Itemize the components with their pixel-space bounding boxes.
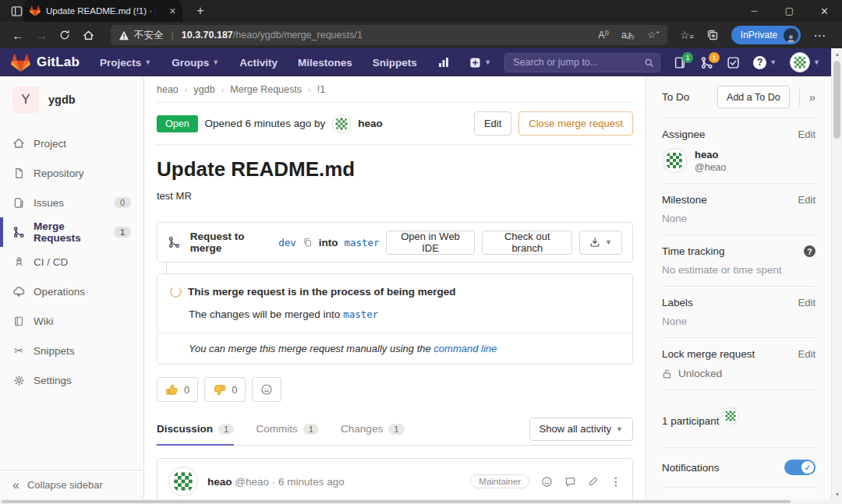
chart-icon[interactable] — [437, 56, 450, 69]
nav-milestones[interactable]: Milestones — [298, 57, 352, 69]
sidebar-item-settings[interactable]: Settings — [0, 365, 143, 395]
issuable-sidebar: To Do Add a To Do » Assignee Edit heao @… — [646, 76, 831, 499]
labels-edit-link[interactable]: Edit — [798, 297, 815, 308]
command-line-link[interactable]: command line — [433, 343, 497, 354]
sidebar-item-project[interactable]: Project — [0, 129, 143, 158]
thumbs-up-button[interactable]: 0 — [157, 377, 198, 402]
scroll-down-icon[interactable]: ▼ — [832, 488, 842, 499]
refresh-button[interactable] — [53, 25, 76, 45]
check-out-branch-button[interactable]: Check out branch — [482, 231, 572, 255]
scroll-up-icon[interactable]: ▲ — [832, 48, 842, 59]
close-button[interactable]: ✕ — [807, 0, 842, 22]
sidebar-item-merge-requests[interactable]: Merge Requests 1 — [0, 217, 143, 247]
tab-discussion[interactable]: Discussion 1 — [157, 413, 234, 445]
widget-connector — [166, 263, 167, 273]
target-branch[interactable]: master — [344, 237, 379, 248]
time-tracking-help-icon[interactable]: ? — [804, 245, 815, 257]
new-menu-button[interactable]: ▼ — [469, 57, 491, 69]
browser-tab[interactable]: Update README.md (!1) · Merge ✕ — [23, 0, 182, 22]
vertical-scrollbar-thumb[interactable] — [833, 61, 840, 139]
author-avatar[interactable] — [332, 115, 351, 133]
assignee-edit-link[interactable]: Edit — [798, 129, 815, 140]
project-header[interactable]: Y ygdb — [0, 76, 143, 121]
merge-request-page: heao › ygdb › Merge Requests › !1 Open O… — [144, 76, 646, 499]
forward-button[interactable]: → — [30, 25, 53, 45]
tab-changes[interactable]: Changes 1 — [341, 413, 404, 445]
back-button[interactable]: ← — [6, 25, 30, 45]
tab-close-icon[interactable]: ✕ — [169, 6, 176, 16]
issues-count-badge: 1 — [682, 52, 693, 63]
activity-filter-dropdown[interactable]: Show all activity ▼ — [529, 418, 633, 441]
add-todo-button[interactable]: Add a To Do — [717, 86, 790, 108]
collapse-sidebar-button[interactable]: « Collapse sidebar — [0, 470, 143, 499]
commenter-avatar[interactable] — [168, 467, 198, 496]
assignee-avatar[interactable] — [662, 148, 687, 173]
issues-counter[interactable]: 1 — [674, 56, 687, 69]
horizontal-scrollbar-thumb[interactable] — [2, 500, 791, 503]
horizontal-scrollbar[interactable] — [0, 499, 842, 504]
browser-menu-icon[interactable]: ⋯ — [813, 28, 826, 43]
add-reaction-icon[interactable] — [541, 476, 553, 488]
document-icon — [12, 167, 25, 179]
breadcrumb: heao › ygdb › Merge Requests › !1 — [157, 76, 633, 103]
collections-icon[interactable] — [706, 29, 719, 41]
author-name[interactable]: heao — [358, 118, 383, 129]
participant-avatar[interactable] — [722, 407, 739, 425]
sidebar-item-operations[interactable]: Operations — [0, 277, 143, 306]
source-branch[interactable]: dev — [278, 237, 296, 248]
target-branch[interactable]: master — [343, 308, 378, 320]
copy-branch-icon[interactable] — [302, 237, 313, 248]
add-favorite-icon[interactable]: ☆+ — [647, 29, 660, 41]
nav-snippets[interactable]: Snippets — [373, 57, 417, 69]
lock-edit-link[interactable]: Edit — [798, 348, 815, 360]
smiley-icon — [260, 383, 273, 396]
maximize-button[interactable]: ▢ — [772, 0, 807, 22]
reply-comment-icon[interactable] — [564, 476, 576, 488]
search-input[interactable] — [504, 53, 660, 72]
edit-button[interactable]: Edit — [474, 111, 511, 136]
toggle-check-icon: ✓ — [801, 461, 814, 474]
new-tab-button[interactable]: + — [192, 3, 209, 19]
inprivate-badge[interactable]: InPrivate — [731, 26, 801, 44]
close-merge-request-button[interactable]: Close merge request — [518, 111, 633, 136]
sidebar-item-wiki[interactable]: Wiki — [0, 306, 143, 336]
nav-projects[interactable]: Projects▼ — [100, 57, 151, 69]
thumbs-down-button[interactable]: 0 — [204, 377, 246, 402]
favorites-icon[interactable]: ☆≡ — [680, 29, 694, 41]
user-menu[interactable]: ▼ — [790, 52, 820, 72]
read-aloud-icon[interactable]: A)) — [598, 29, 609, 41]
download-dropdown-button[interactable]: ▼ — [579, 231, 622, 255]
nav-groups[interactable]: Groups▼ — [172, 57, 219, 69]
address-bar[interactable]: 不安全 | 10.3.70.187/heao/ygdb/merge_reques… — [111, 25, 667, 45]
collapse-right-sidebar-icon[interactable]: » — [799, 89, 815, 106]
add-emoji-button[interactable] — [252, 377, 281, 402]
sidebar-item-repository[interactable]: Repository — [0, 158, 143, 188]
search-icon — [644, 58, 654, 68]
role-badge: Maintainer — [470, 474, 529, 488]
breadcrumb-project[interactable]: ygdb — [193, 84, 214, 95]
translate-icon[interactable]: aあ — [621, 30, 635, 41]
vertical-scrollbar[interactable]: ▲ ▼ — [831, 48, 842, 499]
sidebar-item-snippets[interactable]: ✂ Snippets — [0, 336, 143, 365]
milestone-edit-link[interactable]: Edit — [798, 194, 815, 206]
breadcrumb-mr-id[interactable]: !1 — [317, 84, 325, 95]
minimize-button[interactable]: ─ — [737, 0, 772, 22]
tab-commits[interactable]: Commits 1 — [256, 413, 319, 445]
sidebar-item-cicd[interactable]: CI / CD — [0, 247, 143, 277]
nav-activity[interactable]: Activity — [239, 57, 278, 69]
home-button[interactable] — [76, 25, 100, 45]
todos-icon[interactable] — [727, 56, 740, 69]
help-menu[interactable]: ? ▼ — [753, 56, 777, 69]
breadcrumb-merge-requests[interactable]: Merge Requests — [230, 84, 302, 95]
assignee-name[interactable]: heao — [695, 149, 727, 160]
more-actions-icon[interactable]: ⋮ — [610, 475, 621, 488]
notifications-toggle[interactable]: ✓ — [784, 460, 815, 475]
sidebar-item-issues[interactable]: Issues 0 — [0, 188, 143, 217]
gitlab-logo[interactable]: GitLab — [11, 53, 80, 72]
commenter-name[interactable]: heao — [207, 476, 232, 488]
merge-requests-counter[interactable]: 1 — [700, 56, 713, 69]
breadcrumb-group[interactable]: heao — [157, 84, 179, 95]
labels-section: Labels Edit None — [662, 287, 815, 338]
open-in-web-ide-button[interactable]: Open in Web IDE — [386, 231, 476, 255]
edit-comment-icon[interactable] — [588, 476, 599, 487]
